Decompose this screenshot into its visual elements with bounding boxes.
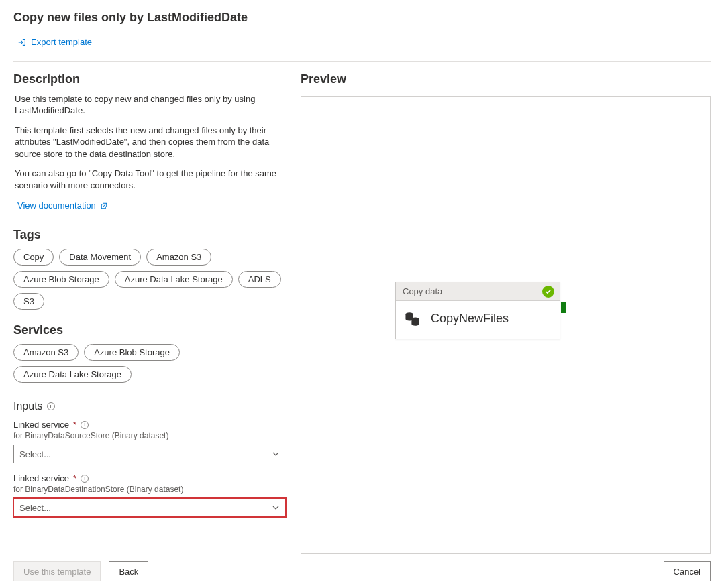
tags-chips: Copy Data Movement Amazon S3 Azure Blob … [13, 249, 286, 310]
service-chip[interactable]: Amazon S3 [13, 344, 79, 361]
inputs-heading: Inputs i [13, 400, 55, 412]
cancel-button[interactable]: Cancel [664, 561, 711, 581]
service-chip[interactable]: Azure Data Lake Storage [13, 366, 132, 383]
tags-heading: Tags [13, 228, 286, 242]
tag-chip[interactable]: Copy [13, 249, 54, 266]
external-link-icon [100, 202, 108, 210]
required-mark: * [73, 420, 76, 430]
field-label-text: Linked service [13, 473, 69, 483]
right-panel: Preview Copy data CopyNewFiles [301, 68, 711, 554]
description-heading: Description [13, 72, 286, 86]
field-subtext: for BinaryDataDestinationStore (Binary d… [13, 485, 286, 494]
linked-service-destination-select[interactable]: Select... [13, 498, 285, 517]
services-heading: Services [13, 323, 286, 337]
tag-chip[interactable]: Amazon S3 [146, 249, 211, 266]
use-this-template-button: Use this template [13, 561, 101, 581]
select-placeholder: Select... [19, 503, 51, 513]
tag-chip[interactable]: ADLS [238, 271, 281, 288]
activity-card[interactable]: Copy data CopyNewFiles [395, 282, 560, 339]
description-p3: You can also go to "Copy Data Tool" to g… [15, 168, 286, 191]
info-icon[interactable]: i [81, 475, 89, 483]
export-template-label: Export template [31, 37, 92, 47]
select-placeholder: Select... [19, 449, 51, 459]
chevron-down-icon [272, 451, 279, 457]
main-content: Description Use this template to copy ne… [0, 62, 724, 554]
description-block: Use this template to copy new and change… [13, 93, 286, 192]
activity-header: Copy data [396, 282, 560, 301]
database-copy-icon [404, 310, 421, 328]
view-documentation-link[interactable]: View documentation [17, 200, 108, 211]
field-label-text: Linked service [13, 420, 69, 430]
export-template-link[interactable]: Export template [17, 37, 92, 47]
footer-bar: Use this template Back Cancel [0, 554, 724, 588]
tag-chip[interactable]: Azure Data Lake Storage [115, 271, 233, 288]
required-mark: * [73, 473, 76, 483]
page-header: Copy new files only by LastModifiedDate … [0, 0, 724, 57]
activity-name: CopyNewFiles [431, 312, 509, 326]
status-success-icon [542, 286, 554, 298]
service-chip[interactable]: Azure Blob Storage [84, 344, 180, 361]
activity-type-label: Copy data [403, 286, 442, 296]
preview-heading: Preview [301, 72, 711, 86]
activity-body: CopyNewFiles [396, 301, 560, 339]
left-panel: Description Use this template to copy ne… [13, 68, 301, 554]
connector-handle[interactable] [561, 302, 566, 313]
tag-chip[interactable]: Azure Blob Storage [13, 271, 109, 288]
page-title: Copy new files only by LastModifiedDate [13, 11, 711, 25]
back-button[interactable]: Back [109, 561, 148, 581]
linked-service-source-select[interactable]: Select... [13, 445, 285, 463]
description-p1: Use this template to copy new and change… [15, 93, 286, 117]
info-icon[interactable]: i [81, 421, 89, 429]
preview-canvas[interactable]: Copy data CopyNewFiles [301, 96, 711, 554]
tag-chip[interactable]: S3 [13, 293, 44, 310]
inputs-heading-text: Inputs [13, 400, 43, 412]
services-chips: Amazon S3 Azure Blob Storage Azure Data … [13, 344, 286, 383]
info-icon[interactable]: i [47, 402, 55, 410]
tag-chip[interactable]: Data Movement [59, 249, 141, 266]
field-subtext: for BinaryDataSourceStore (Binary datase… [13, 431, 286, 440]
chevron-down-icon [272, 504, 279, 511]
export-icon [17, 38, 27, 47]
input-field-source: Linked service * i for BinaryDataSourceS… [13, 419, 286, 463]
view-documentation-label: View documentation [17, 200, 96, 211]
input-field-destination: Linked service * i for BinaryDataDestina… [13, 473, 286, 517]
description-p2: This template first selects the new and … [15, 125, 286, 160]
